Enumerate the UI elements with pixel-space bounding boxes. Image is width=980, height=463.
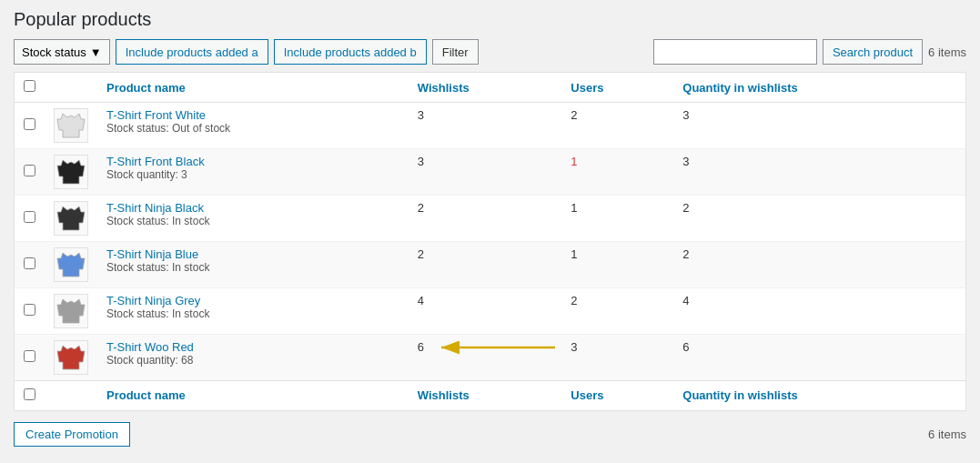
table-row: T-Shirt Ninja BlueStock status: In stock…: [15, 242, 965, 288]
row-img-cell: [45, 196, 97, 242]
items-count-top: 6 items: [928, 45, 966, 59]
row-checkbox-cell: [15, 242, 45, 288]
page-wrapper: Popular products Stock status ▼ Include …: [0, 0, 980, 463]
table-footer-row: Product name Wishlists Users Quantity in…: [15, 381, 965, 411]
table-row: T-Shirt Woo RedStock quantity: 686 36: [15, 335, 965, 381]
footer-wishlists: Wishlists: [409, 381, 562, 411]
product-stock-status: Stock status: In stock: [106, 215, 399, 227]
product-name-link[interactable]: T-Shirt Front Black: [106, 155, 205, 168]
arrow-annotation-svg: [432, 335, 560, 360]
row-product-name-cell: T-Shirt Ninja GreyStock status: In stock: [97, 288, 409, 335]
product-stock-status: Stock status: In stock: [106, 307, 399, 320]
row-checkbox[interactable]: [24, 304, 35, 316]
product-name-link[interactable]: T-Shirt Ninja Blue: [106, 247, 198, 261]
filter-button[interactable]: Filter: [432, 39, 479, 65]
row-product-name-cell: T-Shirt Ninja BlackStock status: In stoc…: [97, 196, 409, 242]
top-bar-left: Stock status ▼ Include products added a …: [14, 39, 479, 65]
product-name-link[interactable]: T-Shirt Ninja Black: [106, 201, 204, 215]
row-checkbox-cell: [15, 103, 45, 149]
search-product-button[interactable]: Search product: [823, 39, 923, 65]
product-name-link[interactable]: T-Shirt Ninja Grey: [106, 294, 200, 307]
stock-status-label: Stock status: [22, 45, 86, 59]
footer-select-all-checkbox[interactable]: [24, 388, 35, 400]
top-bar: Stock status ▼ Include products added a …: [14, 39, 966, 65]
row-product-name-cell: T-Shirt Woo RedStock quantity: 68: [97, 335, 409, 381]
header-wishlists[interactable]: Wishlists: [409, 73, 562, 103]
table-row: T-Shirt Ninja BlackStock status: In stoc…: [15, 196, 965, 242]
row-wishlists: 2: [409, 196, 562, 242]
svg-marker-1: [57, 160, 85, 184]
product-stock-status: Stock status: In stock: [106, 261, 399, 274]
svg-marker-4: [57, 299, 85, 323]
row-checkbox[interactable]: [24, 350, 35, 362]
stock-status-dropdown[interactable]: Stock status ▼: [14, 39, 110, 65]
create-promotion-button[interactable]: Create Promotion: [14, 422, 130, 447]
select-all-checkbox[interactable]: [24, 80, 35, 92]
svg-marker-2: [57, 206, 85, 230]
row-img-cell: [45, 288, 97, 335]
top-bar-right: Search product 6 items: [653, 39, 966, 65]
product-thumbnail: [54, 108, 88, 143]
header-checkbox-cell: [15, 73, 45, 103]
table-row: T-Shirt Front BlackStock quantity: 3313: [15, 149, 965, 196]
table-row: T-Shirt Ninja GreyStock status: In stock…: [15, 288, 965, 335]
header-quantity[interactable]: Quantity in wishlists: [673, 73, 965, 103]
svg-marker-5: [57, 346, 85, 369]
row-checkbox[interactable]: [24, 211, 35, 223]
row-img-cell: [45, 149, 97, 196]
row-img-cell: [45, 242, 97, 288]
row-users: 1: [561, 149, 673, 196]
product-name-link[interactable]: T-Shirt Front White: [106, 108, 206, 122]
products-table: Product name Wishlists Users Quantity in…: [15, 73, 965, 410]
svg-marker-0: [57, 114, 85, 137]
table-header-row: Product name Wishlists Users Quantity in…: [15, 73, 965, 103]
row-img-cell: [45, 103, 97, 149]
product-stock-status: Stock status: Out of stock: [106, 122, 399, 135]
row-quantity: 4: [673, 288, 965, 335]
row-product-name-cell: T-Shirt Front WhiteStock status: Out of …: [97, 103, 409, 149]
page-title: Popular products: [14, 9, 966, 30]
row-checkbox-cell: [15, 288, 45, 335]
row-wishlists: 3: [409, 103, 562, 149]
product-thumbnail: [54, 294, 88, 328]
row-users: 2: [561, 288, 673, 335]
row-checkbox[interactable]: [24, 257, 35, 269]
row-quantity: 2: [673, 196, 965, 242]
svg-marker-3: [57, 253, 85, 277]
product-thumbnail: [54, 247, 88, 282]
row-img-cell: [45, 335, 97, 381]
row-checkbox[interactable]: [24, 165, 35, 176]
row-wishlists: 3: [409, 149, 562, 196]
row-checkbox-cell: [15, 149, 45, 196]
row-wishlists: 6: [409, 335, 562, 381]
row-checkbox[interactable]: [24, 118, 35, 130]
row-quantity: 2: [673, 242, 965, 288]
items-count-bottom: 6 items: [928, 428, 966, 441]
row-users: 1: [561, 242, 673, 288]
row-quantity: 3: [673, 149, 965, 196]
row-wishlists: 4: [409, 288, 562, 335]
header-users[interactable]: Users: [561, 73, 673, 103]
row-users: 1: [561, 196, 673, 242]
product-stock-status: Stock quantity: 3: [106, 168, 399, 181]
search-input[interactable]: [653, 39, 817, 65]
footer-quantity: Quantity in wishlists: [673, 381, 965, 411]
product-thumbnail: [54, 340, 88, 375]
include-products-a-button[interactable]: Include products added a: [116, 39, 268, 65]
footer-checkbox-cell: [15, 381, 45, 411]
table-body: T-Shirt Front WhiteStock status: Out of …: [15, 103, 965, 381]
footer-product-name: Product name: [97, 381, 409, 411]
include-products-b-button[interactable]: Include products added b: [274, 39, 427, 65]
footer-bar: Create Promotion 6 items: [14, 418, 966, 450]
product-name-link[interactable]: T-Shirt Woo Red: [106, 340, 194, 354]
row-checkbox-cell: [15, 335, 45, 381]
table-row: T-Shirt Front WhiteStock status: Out of …: [15, 103, 965, 149]
header-product-name: Product name: [97, 73, 409, 103]
row-quantity: 3: [673, 103, 965, 149]
chevron-down-icon: ▼: [90, 45, 102, 59]
row-product-name-cell: T-Shirt Front BlackStock quantity: 3: [97, 149, 409, 196]
footer-users: Users: [561, 381, 673, 411]
products-table-container: Product name Wishlists Users Quantity in…: [14, 72, 966, 411]
row-users: 3: [561, 335, 673, 381]
row-checkbox-cell: [15, 196, 45, 242]
